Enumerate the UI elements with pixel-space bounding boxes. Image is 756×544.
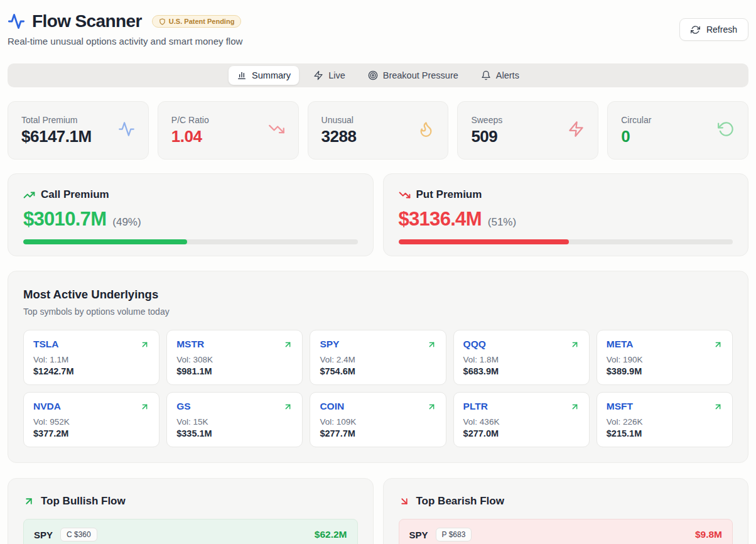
shield-icon	[159, 18, 166, 25]
symbol-premium: $1242.7M	[33, 366, 149, 376]
patent-pending-badge: U.S. Patent Pending	[152, 15, 242, 28]
flow-scanner-page: Flow Scanner U.S. Patent Pending Real-ti…	[0, 0, 756, 544]
stat-label: P/C Ratio	[171, 115, 209, 125]
arrow-up-right-icon	[427, 402, 436, 411]
put-premium-percent: (51%)	[488, 216, 516, 229]
symbol-tile-coin[interactable]: COIN Vol: 109K $277.7M	[310, 392, 446, 447]
symbol-label: NVDA	[33, 401, 61, 412]
arrow-up-right-icon	[713, 402, 723, 411]
tab-live-label: Live	[328, 70, 345, 80]
symbol-tile-qqq[interactable]: QQQ Vol: 1.8M $683.9M	[453, 330, 590, 385]
put-premium-title: Put Premium	[416, 188, 482, 201]
most-active-title: Most Active Underlyings	[23, 288, 733, 302]
flow-symbol: SPY	[34, 530, 53, 540]
bullish-flow-row[interactable]: SPY C $360 $62.2M	[23, 519, 358, 544]
symbol-label: SPY	[320, 339, 339, 350]
tab-alerts[interactable]: Alerts	[473, 66, 527, 85]
stat-card-sweeps: Sweeps 509	[457, 101, 598, 160]
symbol-volume: Vol: 2.4M	[320, 355, 436, 364]
stat-card-total-premium: Total Premium $6147.1M	[8, 101, 149, 160]
symbol-label: PLTR	[463, 401, 488, 412]
symbol-label: TSLA	[33, 339, 58, 350]
symbol-premium: $277.7M	[320, 428, 436, 438]
symbol-premium: $389.9M	[607, 366, 723, 376]
symbol-volume: Vol: 952K	[33, 417, 149, 427]
tab-summary[interactable]: Summary	[229, 66, 299, 85]
symbol-tile-gs[interactable]: GS Vol: 15K $335.1M	[166, 392, 303, 447]
stats-row: Total Premium $6147.1M P/C Ratio 1.04 Un…	[8, 101, 748, 160]
stat-label: Unusual	[321, 115, 357, 125]
call-premium-card: Call Premium $3010.7M (49%)	[8, 173, 374, 256]
symbol-volume: Vol: 15K	[176, 417, 293, 427]
flow-value: $62.2M	[315, 529, 347, 540]
target-icon	[368, 70, 378, 80]
symbol-label: COIN	[320, 401, 344, 412]
symbol-tile-spy[interactable]: SPY Vol: 2.4M $754.6M	[310, 330, 446, 385]
symbol-label: META	[607, 339, 634, 350]
bar-chart-icon	[237, 70, 247, 80]
symbol-tile-tsla[interactable]: TSLA Vol: 1.1M $1242.7M	[23, 330, 159, 385]
flow-symbol: SPY	[409, 530, 428, 540]
trending-down-icon	[399, 189, 411, 201]
stat-label: Total Premium	[21, 115, 92, 125]
symbol-premium: $981.1M	[176, 366, 293, 376]
symbol-tile-meta[interactable]: META Vol: 190K $389.9M	[597, 330, 733, 385]
tab-breakout-pressure-label: Breakout Pressure	[383, 70, 458, 80]
stat-card-unusual: Unusual 3288	[308, 101, 449, 160]
symbol-tile-nvda[interactable]: NVDA Vol: 952K $377.2M	[23, 392, 159, 447]
arrow-up-right-icon	[140, 340, 149, 349]
symbol-label: MSTR	[176, 339, 204, 350]
call-premium-percent: (49%)	[112, 216, 141, 229]
premium-row: Call Premium $3010.7M (49%) Put Premium …	[8, 173, 748, 256]
stat-value: $6147.1M	[21, 127, 92, 146]
top-bearish-flow-card: Top Bearish Flow SPY P $683 $9.8M	[383, 478, 749, 544]
arrow-up-right-icon	[570, 340, 580, 349]
symbol-volume: Vol: 436K	[463, 417, 580, 427]
top-bullish-flow-card: Top Bullish Flow SPY C $360 $62.2M	[8, 478, 374, 544]
rotate-ccw-icon	[718, 121, 735, 140]
symbol-volume: Vol: 190K	[607, 355, 723, 364]
flow-value: $9.8M	[695, 529, 722, 540]
symbol-premium: $277.0M	[463, 428, 580, 438]
brand-line: Flow Scanner U.S. Patent Pending	[8, 11, 242, 31]
call-premium-progress-fill	[23, 239, 187, 244]
bullish-flow-title: Top Bullish Flow	[41, 495, 126, 508]
symbol-premium: $377.2M	[33, 428, 149, 438]
stat-value: 3288	[321, 127, 357, 146]
bearish-flow-row[interactable]: SPY P $683 $9.8M	[399, 519, 733, 544]
symbol-label: QQQ	[463, 339, 486, 350]
symbol-label: GS	[176, 401, 190, 412]
contract-badge: P $683	[436, 528, 472, 541]
refresh-button[interactable]: Refresh	[679, 18, 748, 41]
activity-icon	[118, 121, 135, 140]
stat-value: 1.04	[171, 127, 209, 146]
arrow-up-right-icon	[23, 496, 35, 507]
symbol-volume: Vol: 109K	[320, 417, 436, 427]
symbol-tile-mstr[interactable]: MSTR Vol: 308K $981.1M	[166, 330, 303, 385]
tab-bar: Summary Live Breakout Pressure Alerts	[8, 63, 748, 87]
tab-alerts-label: Alerts	[496, 70, 519, 80]
trending-down-icon	[268, 121, 285, 140]
tab-breakout-pressure[interactable]: Breakout Pressure	[360, 66, 467, 85]
symbol-premium: $335.1M	[176, 428, 293, 438]
activity-logo-icon	[8, 13, 25, 30]
call-premium-title: Call Premium	[41, 188, 109, 201]
put-premium-card: Put Premium $3136.4M (51%)	[383, 173, 749, 256]
symbol-volume: Vol: 226K	[607, 417, 723, 427]
arrow-up-right-icon	[570, 402, 580, 411]
symbol-tile-pltr[interactable]: PLTR Vol: 436K $277.0M	[453, 392, 590, 447]
flame-icon	[418, 121, 435, 140]
arrow-up-right-icon	[283, 402, 293, 411]
symbol-tiles-grid: TSLA Vol: 1.1M $1242.7M MSTR Vol: 308K $…	[23, 330, 733, 447]
arrow-up-right-icon	[283, 340, 293, 349]
stat-card-circular: Circular 0	[607, 101, 748, 160]
symbol-premium: $215.1M	[607, 428, 723, 438]
tab-live[interactable]: Live	[305, 66, 354, 85]
symbol-tile-msft[interactable]: MSFT Vol: 226K $215.1M	[597, 392, 733, 447]
call-premium-value: $3010.7M	[23, 208, 106, 231]
stat-card-pc-ratio: P/C Ratio 1.04	[158, 101, 299, 160]
contract-badge: C $360	[60, 528, 97, 541]
symbol-premium: $754.6M	[320, 366, 436, 376]
zap-icon	[568, 121, 585, 140]
most-active-subtitle: Top symbols by options volume today	[23, 307, 733, 317]
